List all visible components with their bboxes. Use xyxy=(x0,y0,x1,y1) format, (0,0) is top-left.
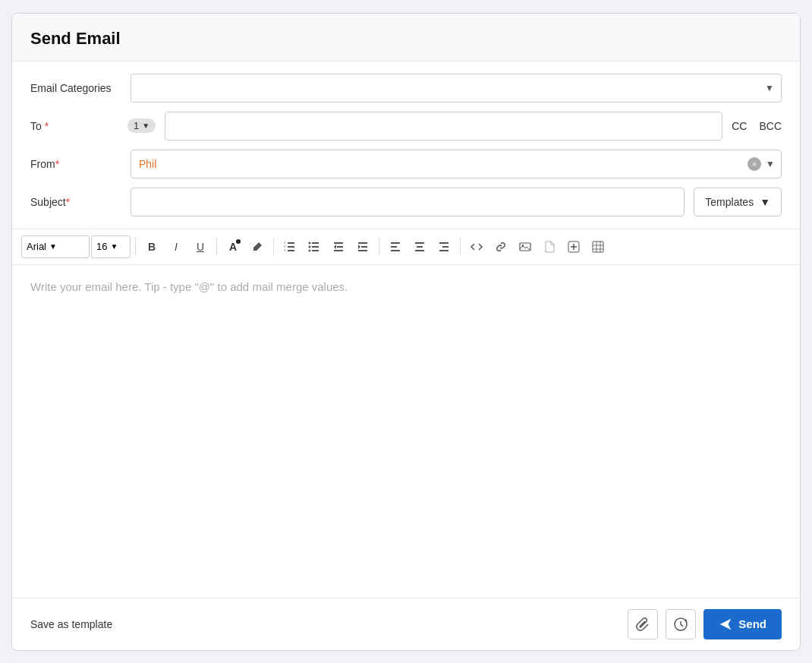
toolbar-divider-1 xyxy=(135,238,136,256)
svg-rect-21 xyxy=(415,242,424,244)
to-row: To * 1 ▼ CC BCC xyxy=(30,112,782,140)
schedule-icon xyxy=(673,617,688,632)
font-size-select[interactable]: 16 ▼ xyxy=(91,235,131,258)
to-count-badge[interactable]: 1 ▼ xyxy=(127,118,156,133)
svg-rect-14 xyxy=(334,250,343,251)
font-family-select[interactable]: Arial ▼ xyxy=(21,235,90,258)
add-icon xyxy=(568,241,580,253)
templates-button[interactable]: Templates ▼ xyxy=(694,188,782,216)
subject-input-group: Templates ▼ xyxy=(131,188,782,216)
italic-button[interactable]: I xyxy=(165,235,187,258)
highlight-color-button[interactable] xyxy=(246,235,269,258)
from-value: Phil xyxy=(139,158,747,170)
document-button[interactable] xyxy=(538,235,561,258)
align-right-icon xyxy=(438,241,450,253)
align-left-button[interactable] xyxy=(384,235,407,258)
cc-button[interactable]: CC xyxy=(732,120,747,132)
from-required-star: * xyxy=(55,158,59,170)
svg-rect-12 xyxy=(334,242,343,244)
text-color-dot xyxy=(236,239,241,244)
modal-header: Send Email xyxy=(12,14,800,62)
footer-actions: Send xyxy=(628,609,782,639)
svg-text:3: 3 xyxy=(284,248,286,252)
bold-button[interactable]: B xyxy=(140,235,163,258)
email-categories-label: Email Categories xyxy=(30,82,121,94)
email-categories-row: Email Categories ▼ xyxy=(30,74,782,103)
send-label: Send xyxy=(738,617,766,630)
svg-rect-20 xyxy=(391,250,400,251)
toolbar-divider-4 xyxy=(379,238,379,256)
subject-required-star: * xyxy=(66,196,70,208)
svg-rect-19 xyxy=(391,246,397,248)
unordered-list-icon xyxy=(308,241,320,253)
editor-toolbar: Arial ▼ 16 ▼ B I U A xyxy=(12,229,800,265)
code-button[interactable] xyxy=(465,235,488,258)
bcc-button[interactable]: BCC xyxy=(759,120,782,132)
svg-rect-30 xyxy=(593,242,603,252)
modal-footer: Save as template Send xyxy=(12,598,800,650)
align-center-icon xyxy=(414,241,426,253)
to-required-star: * xyxy=(42,120,49,132)
email-categories-select-wrapper: ▼ xyxy=(131,74,782,103)
svg-rect-17 xyxy=(358,250,367,251)
to-input[interactable] xyxy=(165,112,722,140)
schedule-button[interactable] xyxy=(666,609,696,639)
link-icon xyxy=(495,241,507,253)
text-color-button[interactable]: A xyxy=(222,235,244,258)
ordered-list-button[interactable]: 1 2 3 xyxy=(279,235,301,258)
modal-body: Email Categories ▼ To * 1 ▼ xyxy=(12,62,800,229)
send-button[interactable]: Send xyxy=(703,609,782,639)
email-categories-select[interactable] xyxy=(131,74,782,103)
indent-decrease-button[interactable] xyxy=(327,235,350,258)
to-label: To * xyxy=(30,120,121,132)
editor-content[interactable] xyxy=(30,293,782,536)
svg-rect-2 xyxy=(288,250,294,251)
from-clear-icon[interactable]: × xyxy=(747,157,761,171)
highlight-icon xyxy=(251,241,263,253)
svg-rect-1 xyxy=(288,246,294,248)
from-dropdown-icon[interactable]: ▼ xyxy=(766,159,775,169)
indent-increase-button[interactable] xyxy=(351,235,374,258)
toolbar-divider-5 xyxy=(460,238,461,256)
subject-input[interactable] xyxy=(131,188,685,216)
modal-title: Send Email xyxy=(30,29,782,49)
attach-button[interactable] xyxy=(628,609,658,639)
send-email-modal: Send Email Email Categories ▼ To * 1 ▼ xyxy=(11,13,801,651)
svg-point-10 xyxy=(309,245,311,248)
underline-button[interactable]: U xyxy=(189,235,212,258)
svg-point-11 xyxy=(309,249,311,251)
cc-bcc-links: CC BCC xyxy=(732,120,782,132)
link-button[interactable] xyxy=(489,235,512,258)
from-select-wrapper[interactable]: Phil × ▼ xyxy=(131,150,782,178)
align-center-button[interactable] xyxy=(408,235,431,258)
svg-rect-23 xyxy=(415,250,424,251)
indent-decrease-icon xyxy=(332,241,345,253)
svg-rect-25 xyxy=(442,246,448,248)
table-icon xyxy=(592,241,604,253)
svg-rect-7 xyxy=(312,246,319,248)
toolbar-divider-3 xyxy=(273,238,274,256)
image-button[interactable] xyxy=(514,235,537,258)
font-size-arrow-icon: ▼ xyxy=(110,242,118,251)
font-size-value: 16 xyxy=(96,241,107,252)
add-button[interactable] xyxy=(562,235,585,258)
from-label: From* xyxy=(30,158,121,170)
svg-rect-26 xyxy=(439,250,448,251)
svg-rect-0 xyxy=(288,242,294,244)
font-family-value: Arial xyxy=(27,241,46,252)
editor-placeholder: Write your email here. Tip - type "@" to… xyxy=(30,280,782,293)
from-row: From* Phil × ▼ xyxy=(30,150,782,178)
align-right-button[interactable] xyxy=(433,235,455,258)
to-count-chevron-icon: ▼ xyxy=(142,122,149,130)
send-icon xyxy=(719,617,732,631)
svg-rect-8 xyxy=(312,250,319,251)
to-label-group: To * 1 ▼ xyxy=(30,118,156,133)
editor-area[interactable]: Write your email here. Tip - type "@" to… xyxy=(12,265,800,598)
svg-point-9 xyxy=(309,242,311,244)
to-count-value: 1 xyxy=(134,120,139,131)
save-template-button[interactable]: Save as template xyxy=(30,618,112,630)
subject-row: Subject* Templates ▼ xyxy=(30,188,782,216)
image-icon xyxy=(519,241,531,253)
table-button[interactable] xyxy=(587,235,609,258)
unordered-list-button[interactable] xyxy=(303,235,326,258)
